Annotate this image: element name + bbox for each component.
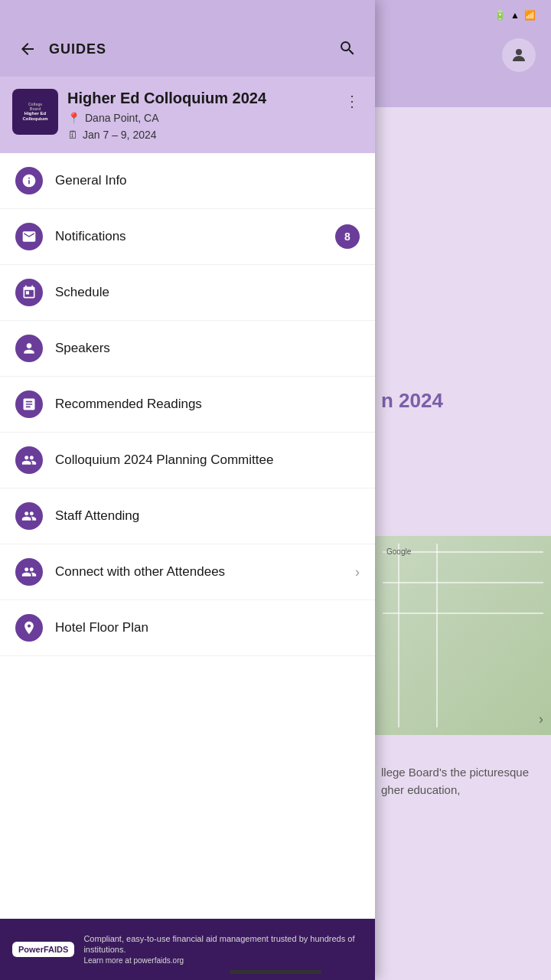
menu-item-hotel-floor-plan[interactable]: Hotel Floor Plan: [0, 600, 375, 656]
notifications-badge: 8: [335, 224, 360, 249]
menu-label-general-info: General Info: [55, 173, 360, 188]
menu-item-connect-attendees[interactable]: Connect with other Attendees ›: [0, 544, 375, 600]
battery-status-icon: 🔋: [494, 10, 506, 21]
bg-text: llege Board's the picturesque gher educa…: [375, 758, 551, 805]
connect-attendees-arrow: ›: [355, 564, 360, 580]
event-more-button[interactable]: ⋮: [341, 89, 363, 113]
general-info-icon: [15, 167, 43, 194]
menu-item-recommended-readings[interactable]: Recommended Readings: [0, 377, 375, 433]
wifi-status-icon: ▲: [510, 10, 520, 21]
speakers-icon: [15, 335, 43, 362]
menu-item-speakers[interactable]: Speakers: [0, 321, 375, 377]
back-button[interactable]: [12, 34, 43, 64]
signal-status-icon: 📶: [524, 10, 536, 21]
bg-map: Google ›: [375, 536, 551, 735]
status-icons: 🔋 ▲ 📶: [494, 10, 536, 21]
menu-label-recommended-readings: Recommended Readings: [55, 397, 360, 412]
menu-list: General Info Notifications 8 Schedule Sp…: [0, 153, 375, 919]
event-name: Higher Ed Colloquium 2024: [67, 89, 332, 107]
profile-button[interactable]: [502, 38, 536, 72]
menu-label-hotel-floor-plan: Hotel Floor Plan: [55, 620, 360, 635]
drawer-header: GUIDES: [0, 0, 375, 77]
menu-label-notifications: Notifications: [55, 229, 335, 244]
menu-label-planning-committee: Colloquium 2024 Planning Committee: [55, 452, 360, 468]
recommended-readings-icon: [15, 390, 43, 418]
calendar-icon: 🗓: [67, 129, 78, 141]
menu-item-schedule[interactable]: Schedule: [0, 265, 375, 321]
event-logo-text: College Board Higher Ed Colloquium: [23, 102, 48, 122]
menu-label-speakers: Speakers: [55, 341, 360, 356]
event-info: Higher Ed Colloquium 2024 📍 Dana Point, …: [67, 89, 332, 141]
notifications-icon: [15, 223, 43, 250]
planning-committee-icon: [15, 446, 43, 474]
event-location: 📍 Dana Point, CA: [67, 112, 332, 124]
ad-text: Compliant, easy-to-use financial aid man…: [83, 933, 363, 966]
menu-item-planning-committee[interactable]: Colloquium 2024 Planning Committee: [0, 433, 375, 488]
hotel-floor-plan-icon: [15, 614, 43, 642]
connect-attendees-icon: [15, 558, 43, 586]
event-dates: 🗓 Jan 7 – 9, 2024: [67, 129, 332, 141]
ad-logo: PowerFAIDS: [12, 942, 74, 957]
menu-label-schedule: Schedule: [55, 285, 360, 300]
drawer: GUIDES College Board Higher Ed Colloquiu…: [0, 0, 375, 980]
svg-point-0: [516, 49, 522, 55]
bg-colloquium-text: n 2024: [381, 389, 443, 412]
location-icon: 📍: [67, 112, 80, 124]
menu-item-staff-attending[interactable]: Staff Attending: [0, 488, 375, 544]
schedule-icon: [15, 279, 43, 306]
menu-item-notifications[interactable]: Notifications 8: [0, 209, 375, 265]
menu-label-connect-attendees: Connect with other Attendees: [55, 564, 355, 580]
menu-label-staff-attending: Staff Attending: [55, 508, 360, 524]
search-button[interactable]: [332, 33, 363, 66]
staff-attending-icon: [15, 502, 43, 530]
event-card: College Board Higher Ed Colloquium Highe…: [0, 77, 375, 153]
event-logo: College Board Higher Ed Colloquium: [12, 89, 58, 135]
menu-item-general-info[interactable]: General Info: [0, 153, 375, 209]
home-indicator: [230, 970, 321, 974]
drawer-title: GUIDES: [49, 41, 332, 57]
